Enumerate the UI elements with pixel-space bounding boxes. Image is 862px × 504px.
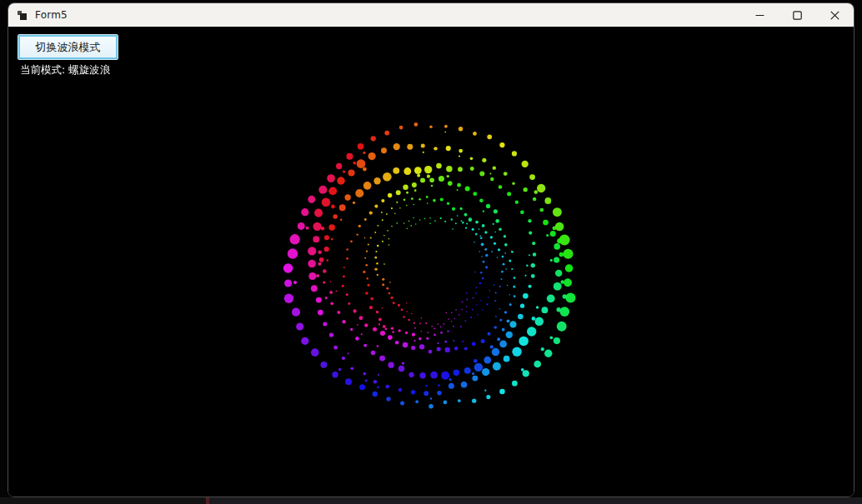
current-mode-label: 当前模式: 螺旋波浪: [20, 63, 110, 77]
close-button[interactable]: [816, 3, 854, 27]
window-title: Form5: [35, 9, 68, 21]
desktop-background: Form5: [0, 0, 862, 504]
app-icon: [18, 10, 28, 20]
toggle-wave-mode-button[interactable]: 切换波浪模式: [18, 35, 118, 59]
maximize-icon: [793, 11, 802, 20]
maximize-button[interactable]: [779, 3, 816, 27]
app-icon-square-big: [20, 13, 27, 20]
wave-visualization-canvas: [8, 27, 854, 497]
minimize-button[interactable]: [741, 3, 779, 27]
desktop-sliver-right: [209, 497, 862, 504]
minimize-icon: [755, 11, 764, 20]
app-window: Form5: [8, 2, 854, 497]
desktop-sliver-left: [0, 497, 206, 504]
desktop-sliver: [0, 497, 862, 504]
titlebar[interactable]: Form5: [8, 3, 854, 27]
close-icon: [830, 11, 839, 20]
form-client-area: 切换波浪模式 当前模式: 螺旋波浪: [8, 27, 854, 497]
window-controls: [741, 3, 854, 27]
